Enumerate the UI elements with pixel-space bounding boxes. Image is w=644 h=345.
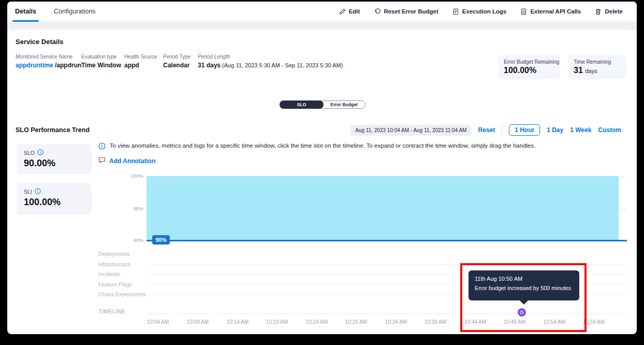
tab-configurations[interactable]: Configurations	[51, 2, 98, 21]
card-value: 31	[574, 66, 583, 75]
x-tick: 10:14 AM	[217, 319, 258, 325]
document-icon	[452, 8, 459, 15]
x-tick: 10:04 AM	[137, 319, 179, 325]
edit-label: Edit	[349, 8, 360, 15]
slo-value: 90.00%	[24, 158, 84, 169]
edit-button[interactable]: Edit	[339, 8, 360, 15]
monitored-service-suffix: /appdrun	[53, 62, 82, 69]
header-actions: Edit Reset Error Budget Execution Logs E…	[339, 8, 637, 15]
field-period-length: Period Length 31 days (Aug 11, 2023 5:30…	[198, 54, 343, 69]
y-tick-90: 90%	[111, 237, 143, 243]
reset-error-budget-label: Reset Error Budget	[384, 8, 438, 15]
range-1-week-button[interactable]: 1 Week	[570, 126, 591, 134]
tooltip-message: Error budget increased by 500 minutes	[475, 285, 573, 291]
period-length-dates: (Aug 11, 2023 5:30 AM - Sep 11, 2023 5:3…	[221, 62, 343, 68]
sli-area-series[interactable]	[147, 176, 619, 240]
slo-target-badge: 90%	[152, 235, 170, 245]
slo-label: SLO	[24, 150, 35, 156]
delete-label: Delete	[605, 8, 623, 15]
annotation-marker-icon[interactable]	[518, 308, 526, 317]
external-api-calls-label: External API Calls	[530, 8, 581, 15]
sli-info-icon[interactable]	[35, 188, 41, 195]
add-annotation-label: Add Annotation	[109, 157, 156, 165]
annotation-tooltip: 11th Aug 10:50 AM Error budget increased…	[469, 270, 579, 300]
timeline-line[interactable]	[148, 313, 627, 314]
slo-target-line	[147, 240, 627, 241]
card-label: Error Budget Remaining	[504, 59, 554, 65]
info-icon	[98, 142, 106, 152]
pencil-icon	[339, 8, 346, 15]
sli-card: SLI 100.00%	[17, 183, 92, 215]
lane-line	[148, 264, 627, 265]
field-value: appd	[124, 62, 157, 69]
service-details-title: Service Details	[16, 38, 64, 46]
field-period-type: Period Type Calendar	[163, 54, 191, 69]
reset-button[interactable]: Reset	[478, 126, 495, 134]
time-remaining-card: Time Remaining 31 days	[568, 55, 626, 79]
add-annotation-button[interactable]: Add Annotation	[98, 156, 156, 166]
range-custom-button[interactable]: Custom	[598, 126, 621, 134]
reset-error-budget-button[interactable]: Reset Error Budget	[374, 8, 438, 15]
slo-info-icon[interactable]	[37, 149, 43, 156]
y-tick-95: 95%	[111, 206, 143, 211]
date-range-pill[interactable]: Aug 11, 2023 10:04 AM - Aug 11, 2023 11:…	[350, 125, 471, 136]
reset-icon	[374, 8, 380, 15]
range-1-hour-button[interactable]: 1 Hour	[509, 124, 540, 136]
lane-deployments: Deployments	[98, 251, 130, 257]
x-tick: 10:39 AM	[415, 319, 456, 325]
sli-label: SLI	[24, 189, 32, 195]
trend-controls: Aug 11, 2023 10:04 AM - Aug 11, 2023 11:…	[350, 124, 621, 136]
execution-logs-button[interactable]: Execution Logs	[452, 8, 507, 15]
top-tab-bar: Details Configurations Edit Reset Error …	[7, 2, 637, 22]
error-budget-remaining-card: Error Budget Remaining 100.00%	[498, 55, 560, 79]
tab-group: Details Configurations	[7, 2, 111, 21]
trend-title: SLO Performance Trend	[16, 126, 90, 134]
x-tick: 10:19 AM	[256, 319, 298, 325]
lane-line	[148, 254, 627, 254]
card-label: Time Remaining	[574, 59, 621, 65]
trash-icon	[595, 8, 602, 15]
x-tick: 10:44 AM	[455, 319, 496, 325]
execution-logs-label: Execution Logs	[462, 8, 507, 15]
delete-button[interactable]: Delete	[595, 8, 623, 15]
field-label: Health Source	[124, 54, 157, 60]
slo-card: SLO 90.00%	[17, 144, 92, 174]
toggle-option-error-budget[interactable]: Error Budget	[323, 101, 365, 108]
range-1-day-button[interactable]: 1 Day	[547, 126, 563, 134]
slo-errorbudget-toggle: SLO Error Budget	[280, 100, 365, 109]
field-evaluation-type: Evaluation type Time Window	[81, 54, 121, 69]
x-tick: 10:34 AM	[375, 319, 417, 325]
field-label: Monitored Service Name	[16, 54, 81, 60]
app-window: Details Configurations Edit Reset Error …	[7, 2, 637, 334]
section-divider-band	[7, 22, 637, 30]
x-tick: 10:09 AM	[177, 319, 218, 325]
lane-chaos-experiments: Chaos Experiments	[98, 291, 146, 297]
lane-feature-flags: Feature Flags	[98, 281, 132, 288]
document-lines-icon	[520, 8, 527, 15]
lane-incidents: Incidents	[98, 271, 120, 277]
field-value: Calendar	[163, 62, 191, 69]
tooltip-caret	[520, 300, 528, 307]
field-label: Period Type	[163, 54, 191, 60]
field-monitored-service-name: Monitored Service Name appdruntime /appd…	[16, 54, 81, 69]
tab-details-label: Details	[15, 8, 36, 15]
card-unit: days	[585, 68, 597, 74]
card-value: 100.00%	[504, 66, 554, 75]
period-length-value: 31 days	[198, 62, 221, 69]
field-label: Period Length	[198, 54, 343, 60]
tooltip-timestamp: 11th Aug 10:50 AM	[475, 276, 573, 282]
info-banner: To view anomalies, metrics and logs for …	[98, 142, 535, 152]
lane-infrastructure: Infrastructure	[98, 261, 130, 267]
tab-details[interactable]: Details	[12, 2, 39, 21]
y-tick-100: 100%	[111, 173, 143, 179]
active-tab-underline	[12, 20, 39, 22]
toggle-option-slo[interactable]: SLO	[280, 100, 324, 109]
external-api-calls-button[interactable]: External API Calls	[520, 8, 581, 15]
x-tick: 10:59 AM	[573, 319, 614, 325]
speech-bubble-icon	[98, 156, 106, 166]
info-text: To view anomalies, metrics and logs for …	[110, 142, 535, 149]
field-label: Evaluation type	[81, 54, 121, 60]
field-health-source: Health Source appd	[124, 54, 157, 69]
monitored-service-link[interactable]: appdruntime	[16, 62, 53, 69]
tab-configurations-label: Configurations	[54, 8, 96, 15]
